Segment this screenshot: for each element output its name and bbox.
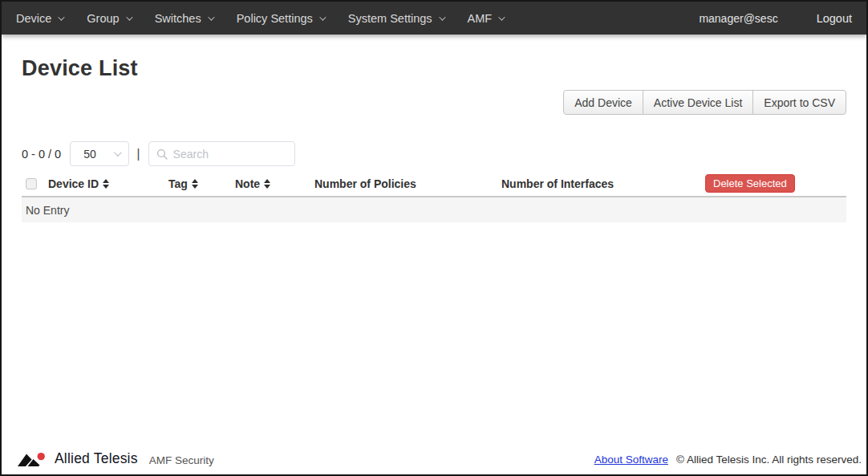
add-device-button[interactable]: Add Device	[563, 90, 643, 115]
chevron-down-icon	[439, 14, 445, 20]
search-icon	[156, 148, 168, 160]
search-input[interactable]	[173, 148, 287, 161]
column-header-number-of-interfaces: Number of Interfaces	[501, 177, 705, 190]
nav-item-system-settings[interactable]: System Settings	[348, 12, 444, 25]
empty-table-row: No Entry	[22, 197, 846, 222]
brand-name: Allied Telesis	[55, 452, 138, 468]
delete-selected-button[interactable]: Delete Selected	[705, 174, 795, 193]
column-label: Number of Interfaces	[501, 177, 614, 190]
nav-item-switches[interactable]: Switches	[155, 12, 213, 25]
nav-item-label: Group	[87, 12, 119, 25]
nav-item-device[interactable]: Device	[16, 12, 63, 25]
column-header-number-of-policies: Number of Policies	[314, 177, 501, 190]
nav-item-policy-settings[interactable]: Policy Settings	[237, 12, 324, 25]
column-header-device-id[interactable]: Device ID	[48, 177, 168, 190]
chevron-down-icon	[319, 14, 326, 20]
product-name: AMF Security	[149, 454, 214, 468]
chevron-down-icon	[208, 14, 214, 20]
toolbar: Add Device Active Device List Export to …	[22, 90, 846, 115]
chevron-down-icon	[114, 148, 122, 157]
table-header-row: Device ID Tag Note Number of Policies Nu…	[22, 171, 846, 197]
list-controls: 0 - 0 / 0 50 |	[22, 141, 846, 166]
chevron-down-icon	[58, 14, 64, 20]
logout-button[interactable]: Logout	[817, 12, 852, 25]
controls-divider: |	[136, 146, 140, 162]
nav-item-label: AMF	[468, 12, 493, 25]
nav-item-group[interactable]: Group	[87, 12, 130, 25]
allied-telesis-logo-icon	[18, 451, 47, 468]
column-label: Device ID	[48, 177, 99, 190]
select-all-checkbox[interactable]	[26, 178, 37, 189]
sort-icon[interactable]	[103, 179, 109, 189]
chevron-down-icon	[498, 14, 505, 20]
table-actions-cell: Delete Selected	[705, 174, 846, 193]
top-navbar: Device Group Switches Policy Settings Sy…	[2, 2, 866, 35]
nav-item-label: Device	[16, 12, 51, 25]
page-size-select[interactable]: 50	[70, 141, 129, 166]
copyright-text: © Allied Telesis Inc. All rights reserve…	[676, 454, 862, 466]
sort-icon[interactable]	[264, 179, 270, 189]
brand-area: Allied Telesis AMF Security	[18, 451, 214, 468]
page-title: Device List	[22, 56, 846, 81]
column-label: Tag	[168, 177, 188, 190]
about-software-link[interactable]: About Software	[594, 454, 668, 466]
chevron-down-icon	[126, 14, 132, 20]
pagination-range: 0 - 0 / 0	[22, 148, 61, 161]
column-header-note[interactable]: Note	[235, 177, 314, 190]
nav-item-label: System Settings	[348, 12, 432, 25]
nav-item-label: Policy Settings	[237, 12, 313, 25]
active-device-list-button[interactable]: Active Device List	[643, 90, 753, 115]
column-label: Number of Policies	[314, 177, 416, 190]
logged-in-user: manager@sesc	[699, 12, 777, 25]
toolbar-button-group: Add Device Active Device List Export to …	[563, 90, 846, 115]
sort-icon[interactable]	[192, 179, 198, 189]
empty-text: No Entry	[26, 204, 69, 217]
column-label: Note	[235, 177, 260, 190]
page-size-value: 50	[83, 148, 96, 161]
column-header-tag[interactable]: Tag	[168, 177, 235, 190]
main-content: Device List Add Device Active Device Lis…	[2, 56, 866, 222]
page-footer: Allied Telesis AMF Security About Softwa…	[2, 446, 866, 472]
search-box	[148, 141, 295, 166]
nav-item-label: Switches	[155, 12, 201, 25]
nav-item-amf[interactable]: AMF	[468, 12, 504, 25]
device-list-page: { "navbar": { "items": [ { "label": "Dev…	[0, 0, 868, 476]
export-to-csv-button[interactable]: Export to CSV	[752, 90, 846, 115]
select-all-cell	[22, 178, 48, 189]
